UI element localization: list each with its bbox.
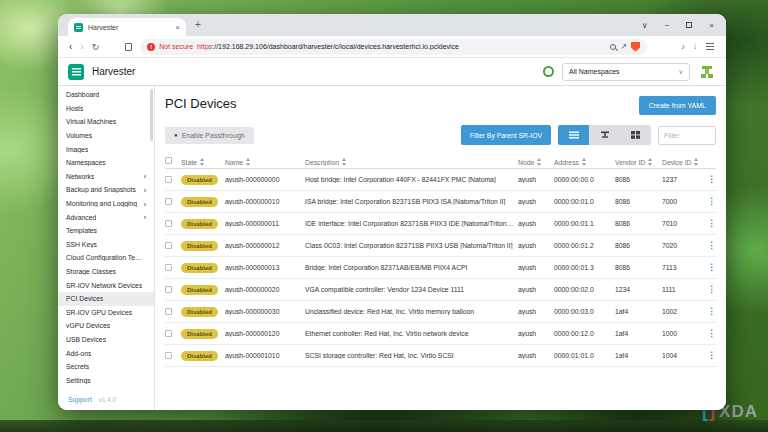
sidebar-item-backup-and-snapshots[interactable]: Backup and Snapshots ∨ xyxy=(58,183,154,197)
row-menu-icon[interactable]: ⋮ xyxy=(707,197,716,206)
row-menu-icon[interactable]: ⋮ xyxy=(707,351,716,360)
not-secure-badge-icon[interactable]: ! xyxy=(147,43,155,51)
sidebar-item-advanced[interactable]: Advanced ∧ xyxy=(58,210,154,224)
column-header-name[interactable]: Name xyxy=(225,157,305,166)
sidebar-item-add-ons[interactable]: Add-ons xyxy=(58,346,154,360)
bookmark-icon[interactable] xyxy=(125,43,132,51)
row-checkbox[interactable] xyxy=(165,286,172,293)
row-checkbox[interactable] xyxy=(165,242,172,249)
column-header-description[interactable]: Description xyxy=(305,157,518,166)
table-row[interactable]: Disabled ayush-000000020 VGA compatible … xyxy=(165,279,716,301)
sort-icon[interactable] xyxy=(537,158,542,166)
column-header-state[interactable]: State xyxy=(181,157,225,166)
sidebar-item-storage-classes[interactable]: Storage Classes xyxy=(58,265,154,279)
select-all-checkbox[interactable] xyxy=(165,157,172,164)
sidebar-item-volumes[interactable]: Volumes xyxy=(58,129,154,143)
row-menu-icon[interactable]: ⋮ xyxy=(707,241,716,250)
sidebar-item-images[interactable]: Images xyxy=(58,142,154,156)
sidebar-item-pci-devices[interactable]: PCI Devices xyxy=(58,292,154,306)
row-menu-icon[interactable]: ⋮ xyxy=(707,219,716,228)
list-view-button[interactable] xyxy=(558,125,589,145)
close-icon[interactable]: × xyxy=(709,21,714,30)
grid-view-button[interactable] xyxy=(620,125,651,145)
sort-icon[interactable] xyxy=(648,158,653,166)
row-checkbox[interactable] xyxy=(165,176,172,183)
menu-icon[interactable] xyxy=(706,46,714,47)
row-checkbox[interactable] xyxy=(165,198,172,205)
column-header-node[interactable]: Node xyxy=(518,157,554,166)
browser-tab-harvester[interactable]: Harvester × xyxy=(68,18,186,36)
row-menu-icon[interactable]: ⋮ xyxy=(707,307,716,316)
sidebar-item-secrets[interactable]: Secrets xyxy=(58,360,154,374)
create-from-yaml-button[interactable]: Create from YAML xyxy=(639,96,716,115)
sort-icon[interactable] xyxy=(200,158,205,166)
row-menu-icon[interactable]: ⋮ xyxy=(707,263,716,272)
row-menu-icon[interactable]: ⋮ xyxy=(707,285,716,294)
sidebar-item-ssh-keys[interactable]: SSH Keys xyxy=(58,238,154,252)
harvester-logo-icon[interactable] xyxy=(68,64,84,80)
sidebar-item-usb-devices[interactable]: USB Devices xyxy=(58,333,154,347)
reload-icon[interactable]: ↻ xyxy=(92,42,100,52)
namespace-selector[interactable]: All Namespaces ∨ xyxy=(562,63,690,81)
share-icon[interactable]: ↗ xyxy=(620,42,627,51)
sidebar-item-templates[interactable]: Templates xyxy=(58,224,154,238)
close-tab-icon[interactable]: × xyxy=(176,23,180,32)
back-icon[interactable]: ‹ xyxy=(69,42,72,52)
table-row[interactable]: Disabled ayush-000000000 Host bridge: In… xyxy=(165,169,716,191)
column-header-device-id[interactable]: Device ID xyxy=(662,157,702,166)
sidebar-item-vgpu-devices[interactable]: vGPU Devices xyxy=(58,319,154,333)
sort-icon[interactable] xyxy=(246,158,251,166)
column-header-vendor-id[interactable]: Vendor ID xyxy=(615,157,662,166)
sidebar-item-cloud-configuration-templates[interactable]: Cloud Configuration Templates xyxy=(58,251,154,265)
support-link[interactable]: Support xyxy=(68,396,92,403)
row-checkbox[interactable] xyxy=(165,220,172,227)
row-menu-icon[interactable]: ⋮ xyxy=(707,329,716,338)
sidebar-scrollbar[interactable] xyxy=(150,89,153,141)
enable-passthrough-button[interactable]: ● Enable Passthrough xyxy=(165,127,254,144)
row-checkbox[interactable] xyxy=(165,264,172,271)
row-checkbox[interactable] xyxy=(165,308,172,315)
sidebar-item-monitoring-and-logging[interactable]: Monitoring and Logging ∨ xyxy=(58,197,154,211)
row-menu-icon[interactable]: ⋮ xyxy=(707,175,716,184)
table-row[interactable]: Disabled ayush-000000010 ISA bridge: Int… xyxy=(165,191,716,213)
maximize-icon[interactable] xyxy=(686,22,692,28)
url-text[interactable]: https://192.168.29.106/dashboard/harvest… xyxy=(197,43,606,50)
sidebar-item-namespaces[interactable]: Namespaces xyxy=(58,156,154,170)
filter-input[interactable] xyxy=(658,126,716,145)
user-avatar-icon[interactable] xyxy=(698,63,716,81)
page-title: PCI Devices xyxy=(165,96,237,111)
sidebar-item-sr-iov-network-devices[interactable]: SR-IOV Network Devices xyxy=(58,278,154,292)
table-row[interactable]: Disabled ayush-000000013 Bridge: Intel C… xyxy=(165,257,716,279)
row-checkbox[interactable] xyxy=(165,330,172,337)
url-bar[interactable]: ! Not secure https://192.168.29.106/dash… xyxy=(140,39,647,55)
sidebar-item-hosts[interactable]: Hosts xyxy=(58,102,154,116)
row-checkbox[interactable] xyxy=(165,352,172,359)
status-badge: Disabled xyxy=(181,219,218,229)
media-control-icon[interactable]: ♪ xyxy=(681,42,685,51)
table-row[interactable]: Disabled ayush-000000012 Class 0C03: Int… xyxy=(165,235,716,257)
new-tab-button[interactable]: + xyxy=(195,14,201,36)
brave-shield-icon[interactable] xyxy=(631,42,640,52)
sort-icon[interactable] xyxy=(342,158,347,166)
sidebar-item-virtual-machines[interactable]: Virtual Machines xyxy=(58,115,154,129)
tree-view-button[interactable] xyxy=(589,125,620,145)
table-row[interactable]: Disabled ayush-000000011 IDE interface: … xyxy=(165,213,716,235)
download-icon[interactable]: ↓ xyxy=(693,42,697,51)
browser-chevron-icon[interactable]: ∨ xyxy=(642,21,648,30)
table-row[interactable]: Disabled ayush-000000120 Ethernet contro… xyxy=(165,323,716,345)
column-header-address[interactable]: Address xyxy=(554,157,615,166)
sort-icon[interactable] xyxy=(582,158,587,166)
sidebar-item-networks[interactable]: Networks ∨ xyxy=(58,170,154,184)
sidebar-item-sr-iov-gpu-devices[interactable]: SR-IOV GPU Devices xyxy=(58,306,154,320)
sort-icon[interactable] xyxy=(694,158,699,166)
cluster-status-icon xyxy=(543,66,554,77)
filter-by-parent-sriov-button[interactable]: Filter By Parent SR-IOV xyxy=(461,125,551,145)
search-icon[interactable] xyxy=(610,44,616,50)
table-row[interactable]: Disabled ayush-000001010 SCSI storage co… xyxy=(165,345,716,367)
forward-icon[interactable]: › xyxy=(80,42,83,52)
table-row[interactable]: Disabled ayush-000000030 Unclassified de… xyxy=(165,301,716,323)
minimize-icon[interactable]: − xyxy=(665,21,670,30)
sidebar-item-settings[interactable]: Settings xyxy=(58,373,154,387)
sidebar-item-dashboard[interactable]: Dashboard xyxy=(58,88,154,102)
not-secure-label[interactable]: Not secure xyxy=(159,43,193,50)
